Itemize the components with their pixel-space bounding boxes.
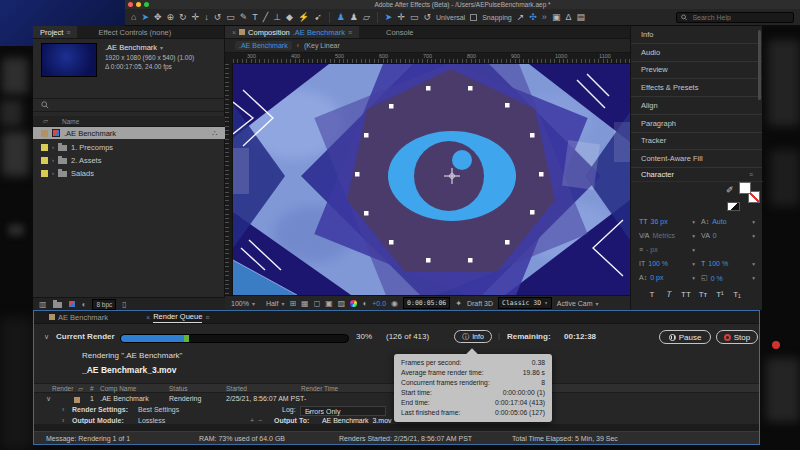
trash-icon[interactable]: ▯: [122, 300, 126, 309]
stroke-width-control[interactable]: ≡ - px▾: [639, 246, 695, 253]
snapping-checkbox[interactable]: [470, 14, 477, 21]
frame-io-icon[interactable]: ▣: [552, 9, 561, 25]
stop-button[interactable]: Stop: [716, 330, 758, 344]
faux-italic-button[interactable]: T: [661, 290, 677, 299]
view-select[interactable]: Active Cam: [557, 300, 599, 307]
tab-composition[interactable]: × Composition .AE Benchmark ≡: [225, 26, 359, 38]
font-size-control[interactable]: TT 36 px▾: [639, 218, 695, 225]
reset-icon[interactable]: ↺: [423, 9, 431, 25]
kerning-control[interactable]: V⁄A Metrics▾: [639, 232, 695, 239]
col-comp-name[interactable]: Comp Name: [100, 385, 136, 392]
project-item-assets[interactable]: › 2. Assets: [33, 154, 225, 166]
tracking-control[interactable]: VA 0▾: [701, 232, 755, 239]
label-swatch[interactable]: [41, 130, 48, 137]
person-tool-icon[interactable]: ♟: [350, 9, 358, 25]
resolution-select[interactable]: Half: [266, 300, 284, 307]
close-icon[interactable]: ×: [232, 29, 236, 36]
col-status[interactable]: Status: [169, 385, 187, 392]
tab-ae-benchmark-timeline[interactable]: AE Benchmark: [42, 311, 115, 323]
expand-icon[interactable]: ›: [52, 157, 54, 163]
panel-effects-presets[interactable]: Effects & Presets: [631, 79, 762, 97]
panel-audio[interactable]: Audio: [631, 44, 762, 62]
row-expander[interactable]: ∨: [46, 395, 51, 403]
panel-content-aware-fill[interactable]: Content-Aware Fill: [631, 150, 762, 168]
expand-icon[interactable]: ›: [52, 170, 54, 176]
panel-align[interactable]: Align: [631, 97, 762, 115]
remove-output-icon[interactable]: −: [258, 417, 262, 424]
log-select[interactable]: Errors Only: [300, 406, 386, 416]
label-swatch[interactable]: [41, 170, 48, 177]
label-swatch[interactable]: [41, 157, 48, 164]
home-icon[interactable]: ⌂: [131, 9, 136, 25]
panel-menu-icon[interactable]: ≡: [205, 314, 209, 321]
output-module-label[interactable]: Output Module:: [72, 417, 124, 424]
fill-color-swatch[interactable]: [739, 182, 751, 194]
brush-tool-icon[interactable]: ╱: [263, 9, 268, 25]
panel-preview[interactable]: Preview: [631, 62, 762, 80]
render-settings-label[interactable]: Render Settings:: [72, 406, 128, 413]
panel-menu-icon[interactable]: ≡: [348, 29, 352, 36]
tab-effect-controls[interactable]: Effect Controls (none): [91, 26, 178, 38]
eraser-tool-icon[interactable]: ◆: [286, 9, 293, 25]
preview-timecode[interactable]: 0:00:05:06: [403, 297, 450, 309]
output-module-value[interactable]: Lossless: [138, 417, 165, 424]
clone-stamp-tool-icon[interactable]: ⊥: [273, 9, 281, 25]
add-output-icon[interactable]: +: [250, 417, 254, 424]
render-settings-value[interactable]: Best Settings: [138, 406, 179, 413]
panel-menu-icon[interactable]: ≡: [66, 29, 70, 36]
pen-tool-icon[interactable]: ✎: [240, 9, 248, 25]
project-item-salads[interactable]: › Salads: [33, 167, 225, 179]
comp-info-name[interactable]: .AE Benchmark: [105, 43, 163, 53]
grid-options-icon[interactable]: ⊞: [289, 299, 296, 308]
panel-menu-icon[interactable]: ≡: [749, 171, 753, 178]
selection-mode-icon[interactable]: ➤: [385, 9, 393, 25]
expand-icon[interactable]: ›: [52, 144, 54, 150]
eyedropper-icon[interactable]: ✐: [726, 185, 734, 195]
label-swatch[interactable]: [41, 144, 48, 151]
rectangle-tool-icon[interactable]: ▭: [226, 9, 235, 25]
magnification-select[interactable]: 100%: [231, 300, 255, 307]
tsume-control[interactable]: ◱ 0 %▾: [701, 274, 755, 282]
stroke-options-swatch[interactable]: [727, 202, 740, 211]
breadcrumb-comp-name[interactable]: .AE Benchmark: [235, 41, 292, 50]
beta-flask-icon[interactable]: Δ: [565, 9, 571, 25]
output-to-label[interactable]: Output To:: [274, 417, 309, 424]
mask-selection-icon[interactable]: ▱: [363, 9, 370, 25]
pause-button[interactable]: Pause: [659, 330, 711, 344]
subscript-button[interactable]: T₁: [730, 290, 744, 299]
col-started[interactable]: Started: [226, 385, 247, 392]
zoom-tool-icon[interactable]: ⊕: [167, 9, 175, 25]
snapping-label[interactable]: Snapping: [482, 14, 512, 21]
snap-angle-icon[interactable]: ↗: [517, 9, 525, 25]
rig-tool-icon[interactable]: ♟: [337, 9, 345, 25]
hand-tool-icon[interactable]: ✥: [154, 9, 162, 25]
output-to-value[interactable]: _AE Benchmark_3.mov: [318, 417, 392, 424]
universal-mode-label[interactable]: Universal: [436, 14, 465, 21]
puppet-pin-tool-icon[interactable]: ➹: [314, 9, 322, 25]
col-number[interactable]: #: [90, 385, 94, 392]
interpret-footage-icon[interactable]: ▥: [39, 300, 47, 309]
type-tool-icon[interactable]: T: [252, 9, 258, 25]
guides-icon[interactable]: ▦: [301, 299, 309, 308]
all-caps-button[interactable]: TT: [679, 290, 693, 299]
info-button[interactable]: ⓘ Info: [454, 330, 492, 343]
orbit-camera-tool-icon[interactable]: ↻: [179, 9, 187, 25]
fullscreen-icon[interactable]: ✣: [529, 9, 537, 25]
roto-brush-tool-icon[interactable]: ⚡: [298, 9, 309, 25]
superscript-button[interactable]: T¹: [713, 290, 727, 299]
adjust-exposure-icon[interactable]: ◐: [362, 299, 367, 308]
project-item-ae-benchmark[interactable]: .AE Benchmark ∴: [33, 127, 225, 139]
region-of-interest-icon[interactable]: ▣: [325, 299, 333, 308]
tab-render-queue[interactable]: × Render Queue ≡: [139, 311, 216, 323]
mask-visibility-icon[interactable]: ◻: [314, 299, 321, 308]
adjust-icon[interactable]: ◐: [82, 300, 87, 309]
composition-viewport[interactable]: [233, 64, 630, 295]
tab-project[interactable]: Project ≡: [33, 26, 77, 38]
rotation-tool-icon[interactable]: ↺: [214, 9, 222, 25]
col-label-icon[interactable]: ▱: [78, 385, 83, 393]
col-render-time[interactable]: Render Time: [301, 385, 338, 392]
new-composition-icon[interactable]: [68, 300, 76, 308]
panel-paragraph[interactable]: Paragraph: [631, 115, 762, 133]
transparency-grid-icon[interactable]: ▨: [338, 299, 346, 308]
row-label-swatch[interactable]: [74, 397, 80, 403]
